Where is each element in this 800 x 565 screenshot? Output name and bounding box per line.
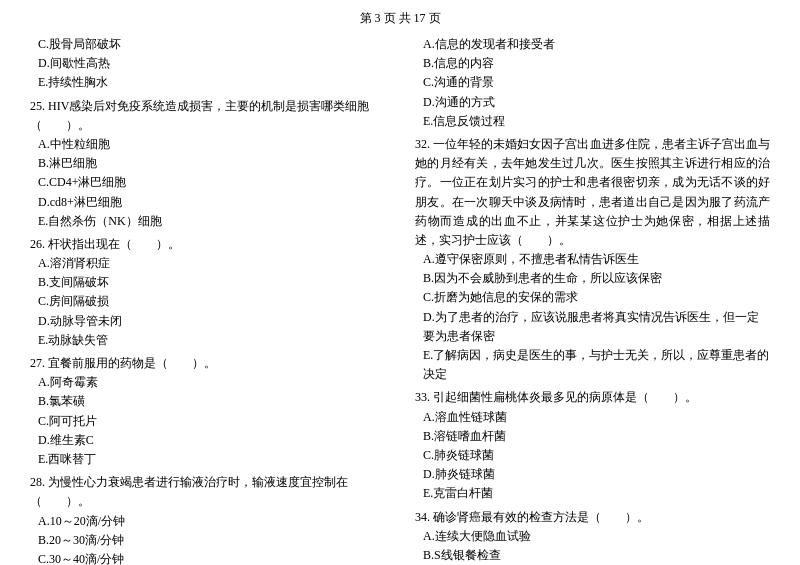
- q26-d: D.动脉导管未闭: [30, 312, 385, 331]
- question-34: 34. 确诊肾癌最有效的检查方法是（ ）。 A.连续大便隐血试验 B.S线银餐检…: [415, 508, 770, 566]
- option-c: C.股骨局部破坏: [30, 35, 385, 54]
- q31-b: B.信息的内容: [415, 54, 770, 73]
- q27-a: A.阿奇霉素: [30, 373, 385, 392]
- q33-c: C.肺炎链球菌: [415, 446, 770, 465]
- question-26: 26. 杆状指出现在（ ）。 A.溶消肾积症 B.支间隔破坏 C.房间隔破损 D…: [30, 235, 385, 350]
- q31-d: D.沟通的方式: [415, 93, 770, 112]
- q27-title: 27. 宜餐前服用的药物是（ ）。: [30, 354, 385, 373]
- q25-e: E.自然杀伤（NK）细胞: [30, 212, 385, 231]
- q25-d: D.cd8+淋巴细胞: [30, 193, 385, 212]
- question-25: 25. HIV感染后对免疫系统造成损害，主要的机制是损害哪类细胞（ ）。 A.中…: [30, 97, 385, 231]
- q31-c: C.沟通的背景: [415, 73, 770, 92]
- q26-a: A.溶消肾积症: [30, 254, 385, 273]
- q33-d: D.肺炎链球菌: [415, 465, 770, 484]
- q33-e: E.克雷白杆菌: [415, 484, 770, 503]
- q31-a: A.信息的发现者和接受者: [415, 35, 770, 54]
- question-27: 27. 宜餐前服用的药物是（ ）。 A.阿奇霉素 B.氯苯磺 C.阿可托片 D.…: [30, 354, 385, 469]
- main-content: C.股骨局部破坏 D.间歇性高热 E.持续性胸水 25. HIV感染后对免疫系统…: [30, 35, 770, 565]
- left-column: C.股骨局部破坏 D.间歇性高热 E.持续性胸水 25. HIV感染后对免疫系统…: [30, 35, 390, 565]
- q34-a: A.连续大便隐血试验: [415, 527, 770, 546]
- q27-b: B.氯苯磺: [30, 392, 385, 411]
- q32-b: B.因为不会威胁到患者的生命，所以应该保密: [415, 269, 770, 288]
- q31-options: A.信息的发现者和接受者 B.信息的内容 C.沟通的背景 D.沟通的方式 E.信…: [415, 35, 770, 131]
- q32-title: 32. 一位年轻的未婚妇女因子宫出血进多住院，患者主诉子宫出血与她的月经有关，去…: [415, 135, 770, 250]
- option-e: E.持续性胸水: [30, 73, 385, 92]
- q25-b: B.淋巴细胞: [30, 154, 385, 173]
- q32-c: C.折磨为她信息的安保的需求: [415, 288, 770, 307]
- right-column: A.信息的发现者和接受者 B.信息的内容 C.沟通的背景 D.沟通的方式 E.信…: [410, 35, 770, 565]
- q33-a: A.溶血性链球菌: [415, 408, 770, 427]
- q33-b: B.溶链嗜血杆菌: [415, 427, 770, 446]
- q33-title: 33. 引起细菌性扁桃体炎最多见的病原体是（ ）。: [415, 388, 770, 407]
- q32-e: E.了解病因，病史是医生的事，与护士无关，所以，应尊重患者的决定: [415, 346, 770, 384]
- page-footer: 第 3 页 共 17 页: [30, 10, 770, 27]
- q32-d: D.为了患者的治疗，应该说服患者将真实情况告诉医生，但一定要为患者保密: [415, 308, 770, 346]
- question-28: 28. 为慢性心力衰竭患者进行输液治疗时，输液速度宜控制在（ ）。 A.10～2…: [30, 473, 385, 565]
- q32-a: A.遵守保密原则，不擅患者私情告诉医生: [415, 250, 770, 269]
- q25-title: 25. HIV感染后对免疫系统造成损害，主要的机制是损害哪类细胞（ ）。: [30, 97, 385, 135]
- q28-c: C.30～40滴/分钟: [30, 550, 385, 565]
- q34-title: 34. 确诊肾癌最有效的检查方法是（ ）。: [415, 508, 770, 527]
- q27-e: E.西咪替丁: [30, 450, 385, 469]
- q27-c: C.阿可托片: [30, 412, 385, 431]
- q26-b: B.支间隔破坏: [30, 273, 385, 292]
- question-32: 32. 一位年轻的未婚妇女因子宫出血进多住院，患者主诉子宫出血与她的月经有关，去…: [415, 135, 770, 384]
- option-d: D.间歇性高热: [30, 54, 385, 73]
- q25-a: A.中性粒细胞: [30, 135, 385, 154]
- q26-e: E.动脉缺失管: [30, 331, 385, 350]
- question-33: 33. 引起细菌性扁桃体炎最多见的病原体是（ ）。 A.溶血性链球菌 B.溶链嗜…: [415, 388, 770, 503]
- q26-title: 26. 杆状指出现在（ ）。: [30, 235, 385, 254]
- q34-b: B.S线银餐检查: [415, 546, 770, 565]
- q26-c: C.房间隔破损: [30, 292, 385, 311]
- q25-c: C.CD4+淋巴细胞: [30, 173, 385, 192]
- q28-a: A.10～20滴/分钟: [30, 512, 385, 531]
- q27-d: D.维生素C: [30, 431, 385, 450]
- q28-b: B.20～30滴/分钟: [30, 531, 385, 550]
- prev-question-options: C.股骨局部破坏 D.间歇性高热 E.持续性胸水: [30, 35, 385, 93]
- q31-e: E.信息反馈过程: [415, 112, 770, 131]
- q28-title: 28. 为慢性心力衰竭患者进行输液治疗时，输液速度宜控制在（ ）。: [30, 473, 385, 511]
